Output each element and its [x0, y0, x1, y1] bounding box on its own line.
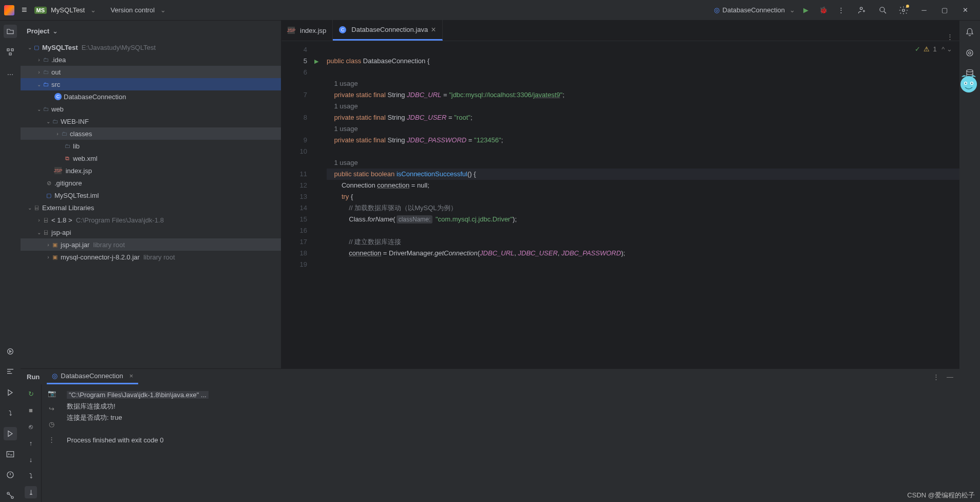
gutter-run-icon[interactable]: ▶ [314, 55, 318, 67]
tree-idea[interactable]: .idea [51, 56, 66, 64]
rerun-icon[interactable]: ↻ [25, 387, 37, 400]
tree-out[interactable]: out [51, 68, 61, 76]
editor-menu-icon[interactable]: ⋮ [940, 33, 959, 41]
search-icon[interactable] [877, 5, 889, 16]
hide-panel-icon[interactable]: — [947, 373, 953, 381]
softwrap-icon[interactable]: ⤵ [25, 470, 37, 482]
svg-point-14 [960, 76, 977, 92]
svg-point-2 [902, 9, 905, 11]
close-run-tab-icon[interactable]: × [129, 372, 134, 380]
project-tool-icon[interactable] [4, 25, 17, 38]
close-icon[interactable]: ✕ [959, 5, 971, 16]
minimize-icon[interactable]: ─ [918, 5, 930, 16]
services-icon[interactable] [4, 345, 17, 358]
tree-jdk[interactable]: < 1.8 > [51, 216, 72, 224]
more-icon[interactable]: ⋮ [46, 434, 58, 445]
svg-point-11 [967, 50, 973, 56]
watermark: CSDN @爱编程的松子 [907, 491, 975, 500]
tree-web[interactable]: web [51, 105, 64, 113]
project-name[interactable]: MySQLTest [51, 6, 85, 14]
tree-jspapijar[interactable]: jsp-api.jar [61, 241, 89, 249]
chevron-down-icon[interactable]: ⌄ [52, 27, 58, 35]
ai-icon[interactable] [963, 46, 976, 60]
svg-rect-7 [7, 452, 13, 457]
tree-extlib[interactable]: External Libraries [42, 204, 94, 212]
maximize-icon[interactable]: ▢ [939, 5, 950, 16]
tree-root[interactable]: MySQLTest [42, 44, 78, 51]
camera-icon[interactable]: 📷 [46, 387, 58, 399]
run-panel-menu-icon[interactable]: ⋮ [933, 373, 939, 381]
tree-jspapi[interactable]: jsp-api [51, 229, 71, 236]
code-analysis-indicator[interactable]: ✓⚠1 ^ ⌄ [915, 45, 952, 53]
svg-rect-3 [7, 49, 9, 51]
class-icon: C [339, 26, 346, 33]
tree-root-path: E:\Javastudy\MySQLTest [82, 44, 156, 51]
bookmarks-icon[interactable] [4, 365, 17, 379]
tree-indexjsp[interactable]: index.jsp [66, 167, 92, 175]
code-editor[interactable]: public class DatabaseConnection { 1 usag… [321, 41, 959, 368]
more-actions-button[interactable]: ⋮ [835, 5, 846, 16]
code-with-me-icon[interactable] [857, 5, 868, 16]
svg-point-18 [971, 83, 973, 84]
tree-src[interactable]: src [51, 81, 60, 88]
close-tab-icon[interactable]: × [431, 25, 436, 34]
tree-dbconn[interactable]: DatabaseConnection [64, 93, 126, 101]
tree-lib[interactable]: lib [73, 142, 80, 150]
wrap-icon[interactable]: ⤵ [4, 406, 17, 420]
ide-logo-icon [4, 5, 14, 15]
chevron-down-icon: ⌄ [789, 6, 795, 14]
chevron-down-icon[interactable]: ⌄ [90, 6, 96, 14]
vcs-tool-icon[interactable] [4, 489, 17, 502]
project-panel-title: Project [27, 27, 49, 35]
export-icon[interactable]: ↪ [46, 403, 58, 414]
svg-rect-5 [9, 53, 11, 55]
tree-webinf[interactable]: WEB-INF [61, 118, 89, 125]
svg-point-12 [969, 52, 971, 54]
tab-indexjsp[interactable]: JSPindex.jsp [281, 20, 333, 41]
debug-button[interactable]: 🐞 [818, 5, 829, 16]
project-badge: MS [34, 7, 47, 14]
up-icon[interactable]: ↑ [25, 437, 37, 449]
svg-rect-4 [11, 49, 13, 51]
svg-point-0 [860, 7, 863, 10]
down-icon[interactable]: ↓ [25, 453, 37, 466]
terminal-tool-icon[interactable] [4, 448, 17, 461]
console-output[interactable]: "C:\Program Files\Java\jdk-1.8\bin\java.… [62, 384, 959, 502]
tree-mysqljar[interactable]: mysql-connector-j-8.2.0.jar [61, 253, 140, 261]
tree-gitignore[interactable]: .gitignore [54, 179, 82, 187]
scroll-to-end-icon[interactable]: ⤓ [25, 486, 37, 498]
run-panel-title: Run [27, 373, 40, 381]
tree-webxml[interactable]: web.xml [73, 155, 98, 162]
settings-icon[interactable] [898, 5, 909, 16]
run-tab[interactable]: ◎DatabaseConnection× [47, 369, 138, 384]
tree-iml[interactable]: MySQLTest.iml [54, 192, 99, 199]
tree-jdk-path: C:\Program Files\Java\jdk-1.8 [76, 216, 164, 224]
run-tool-icon[interactable] [4, 427, 17, 440]
svg-point-6 [8, 349, 13, 355]
more-tools-icon[interactable]: … [4, 66, 17, 79]
exit-icon[interactable]: ⎋ [25, 420, 37, 433]
jsp-icon: JSP [288, 27, 295, 34]
filter-icon[interactable]: ◷ [46, 418, 58, 430]
main-menu-button[interactable]: ≡ [18, 4, 30, 16]
run-tool-icon-1[interactable] [4, 386, 17, 399]
tab-databaseconnection[interactable]: CDatabaseConnection.java× [333, 20, 442, 41]
tree-classes[interactable]: classes [70, 130, 92, 138]
version-control-menu[interactable]: Version control [110, 6, 155, 14]
run-button[interactable]: ▶ [800, 5, 812, 16]
notifications-icon[interactable] [963, 26, 976, 39]
chevron-down-icon[interactable]: ⌄ [160, 6, 166, 14]
project-tree[interactable]: ⌄▢MySQLTest E:\Javastudy\MySQLTest ›🗀.id… [21, 41, 281, 368]
svg-point-17 [965, 83, 967, 84]
mascot-icon [957, 72, 980, 97]
stop-icon[interactable]: ■ [25, 404, 37, 416]
structure-tool-icon[interactable] [4, 45, 17, 59]
problems-tool-icon[interactable] [4, 468, 17, 481]
svg-point-1 [880, 7, 884, 12]
run-config-label: DatabaseConnection [723, 6, 785, 14]
run-configuration-selector[interactable]: ◎ DatabaseConnection ⌄ [709, 4, 800, 16]
